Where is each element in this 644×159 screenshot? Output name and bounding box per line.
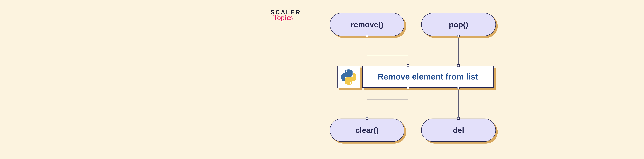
connector-node-icon xyxy=(457,117,460,120)
connector-node-icon xyxy=(457,64,460,67)
diagram-container: remove() pop() clear() del Remove elemen… xyxy=(330,13,504,142)
node-label: remove() xyxy=(351,20,383,29)
python-logo-box xyxy=(338,66,360,88)
center-title-text: Remove element from list xyxy=(378,72,478,82)
connector-node-icon xyxy=(407,86,409,89)
connector-line xyxy=(367,99,367,118)
method-node-clear: clear() xyxy=(330,118,404,142)
node-label: clear() xyxy=(356,126,379,135)
connector-node-icon xyxy=(457,35,460,37)
method-node-remove: remove() xyxy=(330,13,404,36)
node-label: del xyxy=(453,126,464,135)
connector-line xyxy=(367,55,408,56)
method-node-del: del xyxy=(421,118,496,142)
node-label: pop() xyxy=(449,20,468,29)
connector-node-icon xyxy=(457,86,460,89)
connector-node-icon xyxy=(407,64,409,67)
python-logo-icon xyxy=(341,69,356,85)
center-title-box: Remove element from list xyxy=(362,66,494,88)
connector-line xyxy=(458,88,458,118)
connector-line xyxy=(367,99,408,100)
brand-logo: SCALER Topics xyxy=(270,9,301,20)
connector-line xyxy=(367,36,367,56)
connector-node-icon xyxy=(366,117,368,120)
connector-node-icon xyxy=(366,35,368,37)
connector-line xyxy=(458,36,458,66)
connector-line xyxy=(408,55,408,66)
method-node-pop: pop() xyxy=(421,13,496,36)
